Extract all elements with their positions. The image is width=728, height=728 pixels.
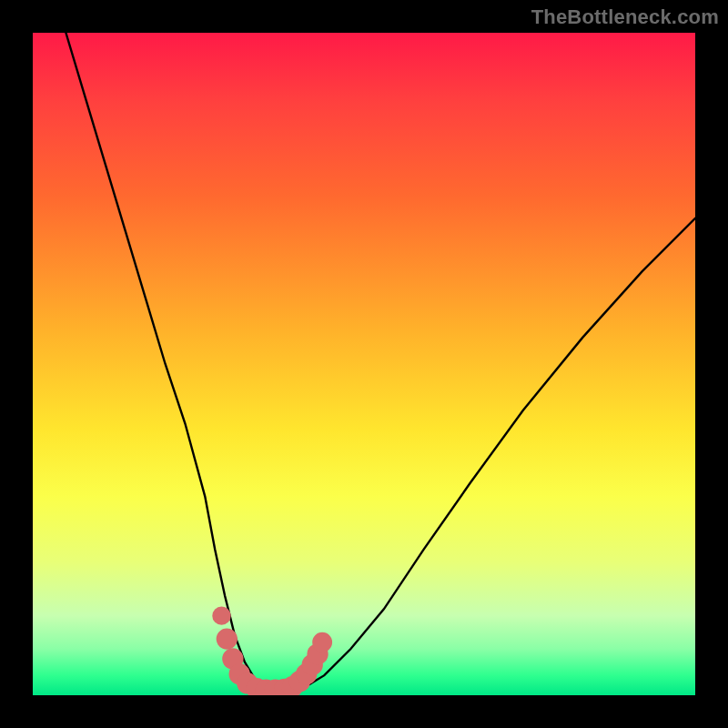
watermark-text: TheBottleneck.com xyxy=(531,5,719,29)
plot-area xyxy=(33,33,695,695)
chart-svg xyxy=(33,33,695,695)
marker-dot xyxy=(217,628,238,649)
chart-frame: TheBottleneck.com xyxy=(0,0,728,728)
bottleneck-curve xyxy=(66,33,695,690)
marker-dot xyxy=(312,632,332,652)
marker-dot xyxy=(212,606,230,624)
